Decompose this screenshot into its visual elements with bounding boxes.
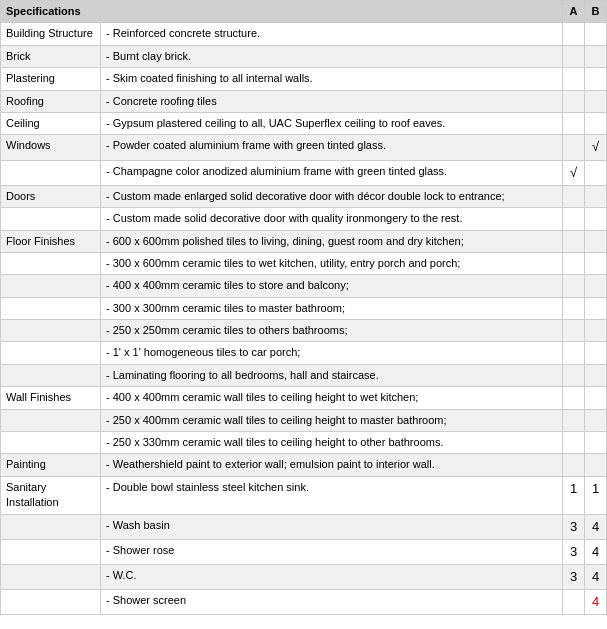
row-col-b — [585, 364, 607, 386]
row-description: - 400 x 400mm ceramic wall tiles to ceil… — [101, 387, 563, 409]
row-col-b — [585, 320, 607, 342]
row-label: Doors — [1, 185, 101, 207]
row-col-b — [585, 387, 607, 409]
row-col-a: 3 — [563, 514, 585, 539]
row-col-a — [563, 23, 585, 45]
table-row: - W.C.34 — [1, 564, 607, 589]
row-label: Wall Finishes — [1, 387, 101, 409]
row-description: - Burnt clay brick. — [101, 45, 563, 67]
row-description: - 300 x 300mm ceramic tiles to master ba… — [101, 297, 563, 319]
row-description: - Reinforced concrete structure. — [101, 23, 563, 45]
row-label — [1, 514, 101, 539]
row-col-b — [585, 432, 607, 454]
row-description: - Laminating flooring to all bedrooms, h… — [101, 364, 563, 386]
row-description: - Wash basin — [101, 514, 563, 539]
row-col-a — [563, 68, 585, 90]
row-label: Building Structure — [1, 23, 101, 45]
row-col-a: 3 — [563, 564, 585, 589]
row-col-a — [563, 432, 585, 454]
table-row: Building Structure- Reinforced concrete … — [1, 23, 607, 45]
row-label — [1, 208, 101, 230]
table-row: - 400 x 400mm ceramic tiles to store and… — [1, 275, 607, 297]
row-description: - Weathershield paint to exterior wall; … — [101, 454, 563, 476]
header-specifications: Specifications — [1, 1, 563, 23]
row-description: - 600 x 600mm polished tiles to living, … — [101, 230, 563, 252]
row-description: - 400 x 400mm ceramic tiles to store and… — [101, 275, 563, 297]
table-row: Ceiling- Gypsum plastered ceiling to all… — [1, 112, 607, 134]
row-label — [1, 297, 101, 319]
row-col-a — [563, 185, 585, 207]
row-col-b: √ — [585, 135, 607, 160]
table-row: Wall Finishes- 400 x 400mm ceramic wall … — [1, 387, 607, 409]
row-label: Sanitary Installation — [1, 476, 101, 514]
row-label — [1, 252, 101, 274]
table-row: - 1' x 1' homogeneous tiles to car porch… — [1, 342, 607, 364]
row-col-b — [585, 68, 607, 90]
row-col-b — [585, 185, 607, 207]
row-col-a — [563, 320, 585, 342]
row-label: Ceiling — [1, 112, 101, 134]
row-col-a — [563, 208, 585, 230]
row-label: Floor Finishes — [1, 230, 101, 252]
row-col-a: √ — [563, 160, 585, 185]
row-col-b — [585, 23, 607, 45]
row-label — [1, 432, 101, 454]
row-col-a — [563, 45, 585, 67]
row-label: Windows — [1, 135, 101, 160]
row-col-b — [585, 454, 607, 476]
row-description: - Shower rose — [101, 539, 563, 564]
table-row: Painting- Weathershield paint to exterio… — [1, 454, 607, 476]
row-description: - Shower screen — [101, 590, 563, 615]
row-col-b — [585, 252, 607, 274]
row-col-a — [563, 590, 585, 615]
table-row: Sanitary Installation- Double bowl stain… — [1, 476, 607, 514]
row-col-a: 1 — [563, 476, 585, 514]
row-description: - Concrete roofing tiles — [101, 90, 563, 112]
table-row: Plastering- Skim coated finishing to all… — [1, 68, 607, 90]
table-row: - Wash basin34 — [1, 514, 607, 539]
row-description: - Champagne color anodized aluminium fra… — [101, 160, 563, 185]
row-col-a — [563, 387, 585, 409]
table-row: - Laminating flooring to all bedrooms, h… — [1, 364, 607, 386]
specifications-table: Specifications A B Building Structure- R… — [0, 0, 607, 615]
row-label — [1, 160, 101, 185]
row-label — [1, 364, 101, 386]
table-row: Windows- Powder coated aluminium frame w… — [1, 135, 607, 160]
row-label: Brick — [1, 45, 101, 67]
table-row: - 250 x 400mm ceramic wall tiles to ceil… — [1, 409, 607, 431]
row-col-a — [563, 230, 585, 252]
row-col-b — [585, 409, 607, 431]
row-label — [1, 342, 101, 364]
table-row: Doors- Custom made enlarged solid decora… — [1, 185, 607, 207]
row-label: Roofing — [1, 90, 101, 112]
row-description: - Double bowl stainless steel kitchen si… — [101, 476, 563, 514]
row-col-a — [563, 112, 585, 134]
row-description: - W.C. — [101, 564, 563, 589]
row-description: - Skim coated finishing to all internal … — [101, 68, 563, 90]
row-description: - 1' x 1' homogeneous tiles to car porch… — [101, 342, 563, 364]
row-col-b: 1 — [585, 476, 607, 514]
row-col-b: 4 — [585, 564, 607, 589]
row-description: - Custom made solid decorative door with… — [101, 208, 563, 230]
row-col-b — [585, 230, 607, 252]
row-description: - 250 x 400mm ceramic wall tiles to ceil… — [101, 409, 563, 431]
table-row: Brick- Burnt clay brick. — [1, 45, 607, 67]
row-col-a — [563, 90, 585, 112]
table-row: - 300 x 300mm ceramic tiles to master ba… — [1, 297, 607, 319]
header-col-a: A — [563, 1, 585, 23]
row-label: Painting — [1, 454, 101, 476]
row-description: - Gypsum plastered ceiling to all, UAC S… — [101, 112, 563, 134]
table-row: - Custom made solid decorative door with… — [1, 208, 607, 230]
row-col-b — [585, 45, 607, 67]
row-label — [1, 564, 101, 589]
row-col-a — [563, 364, 585, 386]
row-col-b — [585, 275, 607, 297]
table-row: - Shower screen4 — [1, 590, 607, 615]
table-row: Roofing- Concrete roofing tiles — [1, 90, 607, 112]
row-label — [1, 590, 101, 615]
row-col-b — [585, 112, 607, 134]
row-col-b: 4 — [585, 590, 607, 615]
row-col-a — [563, 252, 585, 274]
row-col-b — [585, 90, 607, 112]
row-label — [1, 409, 101, 431]
